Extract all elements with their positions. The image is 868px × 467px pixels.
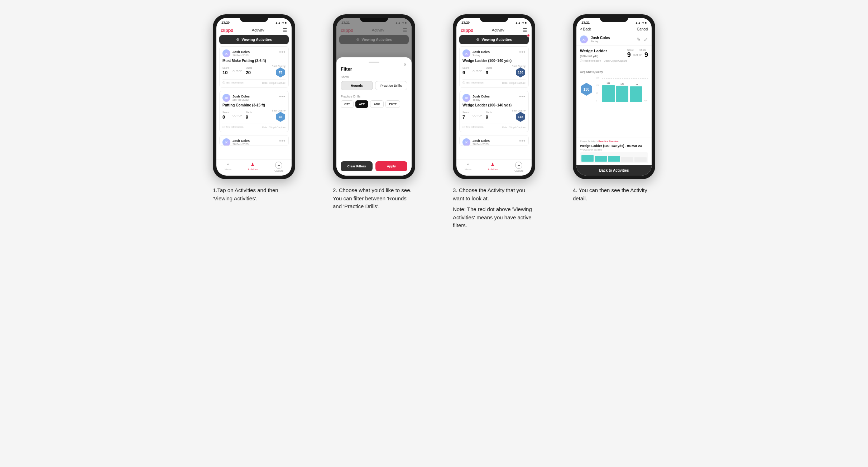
mini-chart-4: [580, 152, 648, 163]
filter-chip-putt[interactable]: PUTT: [385, 100, 400, 108]
step-1-column: 13:20 ▲▲ ≋ ■ clippd Activity ☰ ⚙ Viewing…: [201, 14, 307, 230]
filter-show-label: Show: [341, 75, 407, 79]
practice-drills-filter-btn[interactable]: Practice Drills: [375, 81, 407, 90]
edit-icon-4[interactable]: ✎: [637, 37, 641, 42]
phone-frame-2: 13:21 ▲▲ ≋ ■ clippd Activity ☰ ⚙ Viewing…: [333, 14, 415, 179]
nav-capture-3[interactable]: + Capture: [514, 162, 523, 172]
hamburger-icon-1[interactable]: ☰: [283, 27, 287, 33]
user-date-1-2: 28 Feb 2023: [232, 98, 250, 101]
phone-screen-2: 13:21 ▲▲ ≋ ■ clippd Activity ☰ ⚙ Viewing…: [336, 18, 412, 176]
detail-section-4: Wedge Ladder (100–140 yds) Score Shots 9…: [576, 46, 652, 68]
filter-drills-label: Practice Drills: [341, 95, 407, 98]
clear-filters-btn[interactable]: Clear Filters: [341, 161, 373, 171]
activity-card-3-3[interactable]: JC Josh Coles 28 Feb 2023 •••: [459, 135, 529, 146]
detail-user-name-4: Josh Coles: [591, 36, 610, 40]
user-info-1-3: JC Josh Coles 28 Feb 2023: [222, 138, 250, 146]
footer-info-1-2: ⓘ Test Information: [222, 125, 244, 129]
nav-capture-1[interactable]: + Capture: [274, 162, 283, 172]
viewing-settings-icon-1: ⚙: [236, 38, 239, 42]
detail-info-row-4: ⓘ Test Information Data: Clippd Capture: [580, 59, 648, 63]
activities-icon-1: ♟: [250, 162, 255, 167]
player-activity-section-4: Player Activity > Practice Session Wedge…: [576, 138, 652, 165]
bottom-nav-3: ⌂ Home ♟ Activities + Capture: [456, 159, 532, 176]
activity-card-1-2[interactable]: JC Josh Coles 28 Feb 2023 ••• Putting Co…: [219, 91, 289, 132]
viewing-bar-3[interactable]: ⚙ Viewing Activities: [459, 35, 529, 44]
user-date-1-3: 28 Feb 2023: [232, 143, 250, 146]
filter-chip-app[interactable]: APP: [355, 100, 368, 108]
back-to-activities-btn-4[interactable]: Back to Activities: [576, 165, 652, 176]
app-header-title-1: Activity: [252, 28, 264, 32]
red-dot-3: [527, 34, 530, 37]
nav-home-1[interactable]: ⌂ Home: [225, 162, 231, 172]
user-details-1-3: Josh Coles 28 Feb 2023: [232, 139, 250, 146]
activity-card-1-1[interactable]: JC Josh Coles 28 Feb 2023 ••• Must Make …: [219, 46, 289, 88]
activity-card-1-3[interactable]: JC Josh Coles 28 Feb 2023 •••: [219, 135, 289, 146]
filter-modal: × Filter Show Rounds Practice Drills Pra…: [336, 57, 412, 176]
stats-row-1-1: Score 10 OUT OF Shots 20 Shot Quality 75: [222, 65, 286, 77]
score-stat-1-2: Score 0: [222, 111, 229, 120]
status-time-1: 13:20: [221, 21, 230, 24]
nav-activities-3[interactable]: ♟ Activities: [488, 162, 498, 172]
footer-data-1-1: Data: Clippd Capture: [262, 82, 286, 84]
user-details-1-2: Josh Coles 28 Feb 2023: [232, 95, 250, 101]
score-stat-1-1: Score 10: [222, 67, 229, 76]
card-header-3-2: JC Josh Coles Today •••: [462, 94, 526, 102]
outof-1-2: OUT OF: [232, 114, 242, 117]
user-info-1-2: JC Josh Coles 28 Feb 2023: [222, 94, 250, 102]
apply-btn[interactable]: Apply: [375, 161, 407, 171]
back-btn-4[interactable]: < Back: [580, 27, 591, 31]
step-4-description: 4. You can then see the Activity detail.: [573, 186, 655, 202]
chart-hex-4: 130: [580, 83, 593, 96]
viewing-bar-1[interactable]: ⚙ Viewing Activities: [219, 35, 289, 44]
filter-chip-arg[interactable]: ARG: [370, 100, 384, 108]
step-3-description: 3. Choose the Activity that you want to …: [453, 186, 535, 230]
card-header-1-3: JC Josh Coles 28 Feb 2023 •••: [222, 138, 286, 146]
filter-actions: Clear Filters Apply: [341, 161, 407, 171]
user-details-1-1: Josh Coles 28 Feb 2023: [232, 50, 250, 57]
home-icon-1: ⌂: [226, 162, 229, 167]
detail-header-4: < Back Cancel: [576, 26, 652, 33]
avatar-1-2: JC: [222, 94, 230, 102]
step-3-note: Note: The red dot above 'Viewing Activit…: [453, 205, 535, 230]
phone-notch-3: [480, 14, 508, 22]
nav-home-label-1: Home: [225, 168, 231, 171]
activity-name-1-1: Must Make Putting (3-6 ft): [222, 59, 286, 63]
card-footer-1-2: ⓘ Test Information Data: Clippd Capture: [222, 124, 286, 129]
filter-chips-row: OTT APP ARG PUTT: [341, 100, 407, 108]
detail-action-icons-4: ✎ ⤢: [637, 37, 648, 42]
user-name-1-1: Josh Coles: [232, 50, 250, 54]
card-dots-1-3[interactable]: •••: [279, 138, 286, 143]
phone-notch-4: [600, 14, 628, 22]
phone-frame-1: 13:20 ▲▲ ≋ ■ clippd Activity ☰ ⚙ Viewing…: [213, 14, 295, 179]
footer-info-1-1: ⓘ Test Information: [222, 81, 244, 85]
pa-sub-label-4: ••• Avg Shot Quality: [580, 148, 648, 151]
nav-activities-1[interactable]: ♟ Activities: [248, 162, 258, 172]
step-4-column: 13:21 ▲▲ ≋ ■ < Back Cancel JC Josh Coles…: [561, 14, 667, 230]
card-dots-1-1[interactable]: •••: [279, 49, 286, 54]
expand-icon-4[interactable]: ⤢: [644, 37, 648, 42]
activity-card-3-1[interactable]: JC Josh Coles Today ••• Wedge Ladder (10…: [459, 46, 529, 88]
card-header-1-2: JC Josh Coles 28 Feb 2023 •••: [222, 94, 286, 102]
filter-chip-ott[interactable]: OTT: [341, 100, 354, 108]
step-3-column: 13:20 ▲▲ ≋ ■ clippd Activity ☰ ⚙ Viewing…: [441, 14, 547, 230]
phone-frame-4: 13:21 ▲▲ ≋ ■ < Back Cancel JC Josh Coles…: [573, 14, 655, 179]
nav-home-3[interactable]: ⌂ Home: [465, 162, 471, 172]
activity-card-3-2[interactable]: JC Josh Coles Today ••• Wedge Ladder (10…: [459, 91, 529, 132]
card-dots-1-2[interactable]: •••: [279, 94, 286, 99]
hex-1-2: 45: [275, 112, 286, 122]
card-footer-1-1: ⓘ Test Information Data: Clippd Capture: [222, 79, 286, 85]
filter-toggle-row: Rounds Practice Drills: [341, 81, 407, 90]
cancel-btn-4[interactable]: Cancel: [637, 27, 648, 31]
detail-drill-name-4: Wedge Ladder: [580, 49, 607, 53]
rounds-filter-btn[interactable]: Rounds: [341, 81, 373, 90]
phone-frame-3: 13:20 ▲▲ ≋ ■ clippd Activity ☰ ⚙ Viewing…: [453, 14, 535, 179]
user-date-1-1: 28 Feb 2023: [232, 54, 250, 57]
card-header-1-1: JC Josh Coles 28 Feb 2023 •••: [222, 49, 286, 57]
detail-user-info-4: JC Josh Coles Today: [580, 35, 610, 43]
detail-user-row-4: JC Josh Coles Today ✎ ⤢: [576, 33, 652, 46]
stats-row-1-2: Score 0 OUT OF Shots 9 Shot Quality 45: [222, 109, 286, 122]
filter-close-icon[interactable]: ×: [404, 62, 407, 67]
filter-handle: [369, 62, 379, 63]
chart-section-4: Avg Shot Quality 130 130 100 50 0: [576, 68, 652, 138]
bottom-nav-1: ⌂ Home ♟ Activities + Capture: [216, 159, 292, 176]
